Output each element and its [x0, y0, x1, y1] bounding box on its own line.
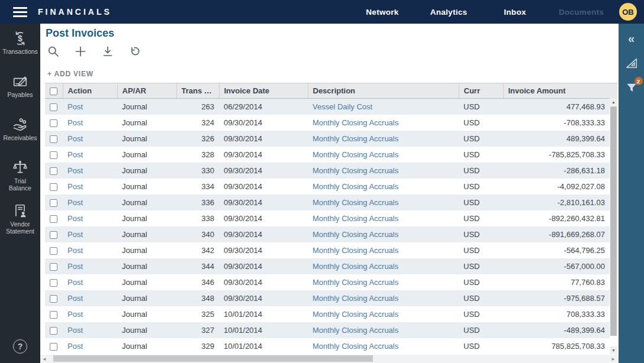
post-link[interactable]: Post [67, 198, 83, 207]
post-link[interactable]: Post [67, 246, 83, 255]
post-link[interactable]: Post [67, 182, 83, 191]
column-header-action[interactable]: Action [63, 83, 117, 99]
select-all-checkbox[interactable] [50, 87, 57, 95]
post-link[interactable]: Post [67, 326, 83, 335]
column-header-description[interactable]: Description [308, 83, 459, 99]
post-link[interactable]: Post [67, 134, 83, 143]
description-link[interactable]: Monthly Closing Accruals [313, 150, 398, 159]
row-checkbox[interactable] [50, 343, 57, 351]
description-link[interactable]: Monthly Closing Accruals [313, 166, 398, 175]
post-link[interactable]: Post [67, 150, 83, 159]
row-checkbox[interactable] [50, 311, 57, 319]
row-checkbox[interactable] [50, 295, 57, 303]
row-checkbox[interactable] [50, 215, 57, 223]
column-header-apar[interactable]: AP/AR [117, 83, 176, 99]
invoice-amount-cell: 477,468.93 [503, 99, 617, 115]
post-link[interactable]: Post [67, 310, 83, 319]
post-link[interactable]: Post [67, 230, 83, 239]
currency-cell: USD [459, 210, 503, 226]
table-row: Post Journal 334 09/30/2014 Monthly Clos… [45, 179, 617, 195]
set-square-icon[interactable] [623, 53, 640, 73]
help-icon[interactable]: ? [13, 339, 27, 354]
add-icon[interactable] [75, 46, 86, 57]
search-icon[interactable] [47, 46, 59, 57]
vertical-scroll-thumb[interactable] [610, 106, 617, 336]
description-link[interactable]: Monthly Closing Accruals [313, 246, 398, 255]
table-row: Post Journal 326 09/30/2014 Monthly Clos… [45, 131, 617, 147]
post-link[interactable]: Post [67, 166, 83, 175]
row-checkbox[interactable] [50, 103, 57, 111]
column-header-trans[interactable]: Trans … [176, 83, 219, 99]
collapse-panel-icon[interactable]: « [623, 28, 640, 48]
description-link[interactable]: Monthly Closing Accruals [313, 230, 398, 239]
post-link[interactable]: Post [67, 262, 83, 271]
row-checkbox[interactable] [50, 167, 57, 175]
nav-inbox[interactable]: Inbox [482, 8, 548, 17]
trans-number-cell: 338 [176, 210, 219, 226]
download-icon[interactable] [102, 46, 114, 57]
sidebar-item-trial-balance[interactable]: Trial Balance [0, 160, 40, 203]
column-header-curr[interactable]: Curr [459, 83, 503, 99]
column-header-invoice-date[interactable]: Invoice Date [219, 83, 308, 99]
currency-cell: USD [459, 274, 503, 290]
row-checkbox[interactable] [50, 247, 57, 255]
trans-number-cell: 327 [176, 322, 219, 338]
scroll-down-icon[interactable]: ▼ [610, 346, 617, 354]
invoice-amount-cell: -4,092,027.08 [503, 179, 617, 195]
nav-documents[interactable]: Documents [548, 8, 614, 17]
trans-number-cell: 324 [176, 115, 219, 131]
horizontal-scroll-thumb[interactable] [53, 355, 373, 362]
row-checkbox[interactable] [50, 263, 57, 271]
add-view-button[interactable]: + ADD VIEW [47, 70, 94, 78]
description-link[interactable]: Monthly Closing Accruals [313, 214, 398, 223]
sidebar-item-payables[interactable]: Payables [0, 74, 40, 117]
post-link[interactable]: Post [67, 294, 83, 303]
filter-icon[interactable]: 2 [623, 78, 640, 98]
post-link[interactable]: Post [67, 118, 83, 127]
scroll-left-icon[interactable]: ◄ [40, 355, 49, 363]
sidebar-item-receivables[interactable]: Receivables [0, 117, 40, 160]
invoice-amount-cell: -708,333.33 [503, 115, 617, 131]
description-link[interactable]: Monthly Closing Accruals [313, 278, 398, 287]
row-checkbox[interactable] [50, 119, 57, 127]
post-link[interactable]: Post [67, 278, 83, 287]
description-link[interactable]: Monthly Closing Accruals [313, 310, 398, 319]
row-checkbox[interactable] [50, 279, 57, 287]
post-link[interactable]: Post [67, 214, 83, 223]
sidebar-item-transactions[interactable]: $ Transactions [0, 31, 40, 74]
post-link[interactable]: Post [67, 102, 83, 111]
avatar[interactable]: OB [619, 3, 637, 21]
nav-network[interactable]: Network [349, 8, 416, 17]
scroll-up-icon[interactable]: ▲ [610, 98, 617, 106]
column-header-invoice-amount[interactable]: Invoice Amount [503, 83, 617, 99]
row-checkbox[interactable] [50, 151, 57, 159]
description-link[interactable]: Monthly Closing Accruals [313, 118, 398, 127]
invoice-amount-cell: -892,260,432.81 [503, 210, 617, 226]
table-body: Post Journal 263 06/29/2014 Vessel Daily… [45, 99, 617, 354]
table-row: Post Journal 328 09/30/2014 Monthly Clos… [45, 147, 617, 163]
description-link[interactable]: Monthly Closing Accruals [313, 294, 398, 303]
nav-analytics[interactable]: Analytics [416, 8, 482, 17]
description-link[interactable]: Vessel Daily Cost [313, 102, 372, 111]
currency-cell: USD [459, 226, 503, 242]
description-link[interactable]: Monthly Closing Accruals [313, 342, 398, 351]
apar-cell: Journal [117, 242, 176, 258]
top-nav: Network Analytics Inbox Documents [349, 8, 614, 17]
description-link[interactable]: Monthly Closing Accruals [313, 262, 398, 271]
description-link[interactable]: Monthly Closing Accruals [313, 182, 398, 191]
row-checkbox[interactable] [50, 183, 57, 191]
description-link[interactable]: Monthly Closing Accruals [313, 326, 398, 335]
invoice-amount-cell: -286,631.18 [503, 163, 617, 179]
row-checkbox[interactable] [50, 135, 57, 143]
description-link[interactable]: Monthly Closing Accruals [313, 198, 398, 207]
undo-icon[interactable] [129, 46, 141, 57]
post-link[interactable]: Post [67, 342, 83, 351]
row-checkbox[interactable] [50, 327, 57, 335]
row-checkbox[interactable] [50, 231, 57, 239]
menu-icon[interactable] [13, 7, 27, 17]
svg-text:$: $ [18, 34, 22, 43]
description-link[interactable]: Monthly Closing Accruals [313, 134, 398, 143]
row-checkbox[interactable] [50, 199, 57, 207]
scroll-right-icon[interactable]: ► [609, 355, 617, 363]
sidebar-item-vendor-statement[interactable]: Vendor Statement [0, 203, 40, 247]
